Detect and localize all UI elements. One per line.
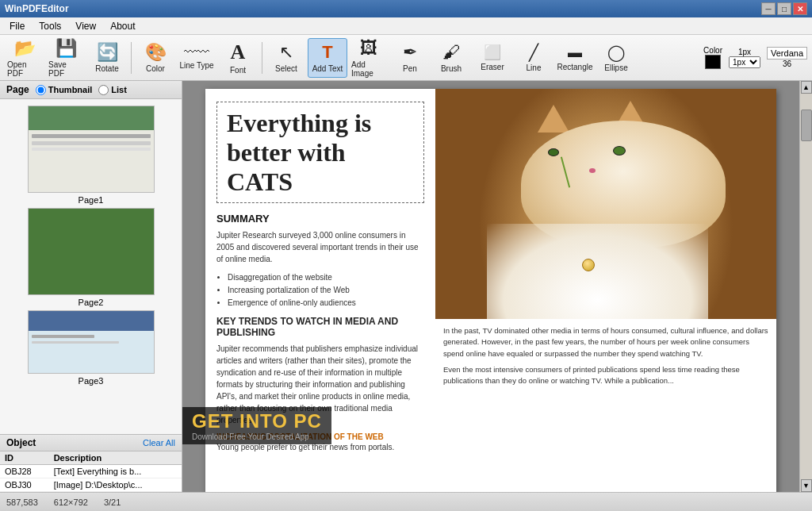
open-pdf-button[interactable]: 📂 Open PDF bbox=[5, 38, 44, 78]
thumb1-text1 bbox=[32, 134, 151, 138]
left-panel: Page Thumbnail List bbox=[0, 81, 182, 492]
add-text-icon: T bbox=[322, 42, 332, 63]
vertical-scrollbar[interactable]: ▲ ▼ bbox=[799, 81, 812, 492]
line-button[interactable]: ╱ Line bbox=[514, 38, 553, 78]
table-row[interactable]: OBJ28 [Text] Everything is b... bbox=[0, 465, 182, 478]
font-icon: A bbox=[231, 40, 246, 64]
right-text-2: Even the most intensive consumers of pri… bbox=[443, 364, 768, 387]
cat-eye-right bbox=[613, 146, 626, 156]
obj-desc-2: [Image] D:\Desktop\c... bbox=[49, 478, 182, 492]
color-selector-label: Color bbox=[703, 46, 722, 55]
right-text-1: In the past, TV dominated other media in… bbox=[443, 325, 768, 359]
scroll-up-arrow[interactable]: ▲ bbox=[801, 81, 812, 94]
pen-button[interactable]: ✒ Pen bbox=[390, 38, 430, 78]
menu-view[interactable]: View bbox=[69, 19, 102, 33]
color-swatch[interactable] bbox=[705, 55, 721, 69]
add-text-button[interactable]: T Add Text bbox=[308, 38, 347, 78]
scrollbar-thumb[interactable] bbox=[801, 110, 812, 141]
ellipse-label: Ellipse bbox=[604, 63, 627, 72]
list-radio[interactable] bbox=[98, 85, 109, 95]
menu-about[interactable]: About bbox=[104, 19, 141, 33]
size-value: 1px bbox=[738, 48, 751, 56]
select-button[interactable]: ↖ Select bbox=[266, 38, 306, 78]
scroll-down-arrow[interactable]: ▼ bbox=[801, 479, 812, 492]
col-id: ID bbox=[0, 451, 49, 465]
key-trends-title: KEY TRENDS TO WATCH IN MEDIA AND PUBLISH… bbox=[216, 316, 424, 338]
color-icon: 🎨 bbox=[145, 42, 167, 63]
minimize-button[interactable]: ─ bbox=[761, 2, 776, 15]
rotate-icon: 🔄 bbox=[97, 42, 118, 63]
add-image-label: Add Image bbox=[351, 60, 386, 78]
watermark-subtitle: Download Free Your Desired App bbox=[192, 432, 322, 441]
save-pdf-button[interactable]: 💾 Save PDF bbox=[46, 38, 86, 78]
add-text-label: Add Text bbox=[312, 64, 343, 73]
font-label: Font bbox=[230, 66, 246, 75]
thumb2-preview bbox=[29, 209, 154, 294]
rotate-label: Rotate bbox=[95, 64, 118, 73]
bullet-1: Disaggregation of the website bbox=[228, 271, 424, 284]
content-area[interactable]: Everything is better with CATS SUMMARY J… bbox=[182, 81, 799, 492]
list-label: List bbox=[111, 85, 127, 94]
rotate-button[interactable]: 🔄 Rotate bbox=[87, 38, 127, 78]
menu-file[interactable]: File bbox=[3, 19, 31, 33]
eraser-icon: ⬜ bbox=[484, 44, 501, 61]
line-type-button[interactable]: 〰〰 Line Type bbox=[177, 38, 216, 78]
thumbnail-option[interactable]: Thumbnail bbox=[36, 85, 93, 95]
main-area: Page Thumbnail List bbox=[0, 81, 812, 492]
object-panel: Object Clear All ID Description OBJ28 [T… bbox=[0, 434, 182, 492]
bullet-2: Increasing portalization of the Web bbox=[228, 284, 424, 297]
select-label: Select bbox=[275, 64, 297, 73]
brush-button[interactable]: 🖌 Brush bbox=[431, 38, 471, 78]
pen-icon: ✒ bbox=[403, 42, 417, 63]
title-bar-controls: ─ □ ✕ bbox=[761, 2, 807, 15]
page-thumb-3[interactable]: Page3 bbox=[28, 310, 155, 386]
col-desc: Description bbox=[49, 451, 182, 465]
page-thumb-img-3 bbox=[28, 310, 155, 374]
list-option[interactable]: List bbox=[98, 85, 127, 95]
bullet-3: Emergence of online-only audiences bbox=[228, 297, 424, 309]
close-button[interactable]: ✕ bbox=[793, 2, 807, 15]
page-thumb-img-1 bbox=[28, 106, 155, 193]
color-label: Color bbox=[146, 64, 165, 73]
color-selector[interactable]: Color bbox=[703, 46, 722, 69]
brush-icon: 🖌 bbox=[442, 42, 460, 63]
page3-label: Page3 bbox=[79, 376, 104, 386]
object-panel-header: Object Clear All bbox=[0, 435, 182, 451]
rectangle-icon: ▬ bbox=[568, 44, 582, 61]
menu-tools[interactable]: Tools bbox=[33, 19, 67, 33]
font-button[interactable]: A Font bbox=[218, 38, 258, 78]
table-row[interactable]: OBJ30 [Image] D:\Desktop\c... bbox=[0, 478, 182, 492]
clear-all-button[interactable]: Clear All bbox=[143, 438, 175, 448]
title-bar: WinPDFEditor ─ □ ✕ bbox=[0, 0, 812, 17]
menu-bar: File Tools View About bbox=[0, 17, 812, 35]
size-dropdown[interactable]: 1px 2px 3px bbox=[729, 56, 760, 68]
ellipse-button[interactable]: ◯ Ellipse bbox=[596, 38, 636, 78]
page2-label: Page2 bbox=[79, 298, 104, 307]
page-thumb-1[interactable]: Page1 bbox=[28, 106, 155, 205]
add-image-button[interactable]: 🖼 Add Image bbox=[349, 38, 389, 78]
page-panel-header: Page Thumbnail List bbox=[0, 81, 182, 99]
save-pdf-label: Save PDF bbox=[48, 60, 83, 78]
obj-desc-1: [Text] Everything is b... bbox=[49, 465, 182, 478]
open-pdf-label: Open PDF bbox=[7, 60, 42, 78]
open-pdf-icon: 📂 bbox=[14, 38, 36, 59]
bullet-list: Disaggregation of the website Increasing… bbox=[228, 271, 424, 309]
thumb1-text3 bbox=[32, 148, 151, 151]
maximize-button[interactable]: □ bbox=[777, 2, 791, 15]
rectangle-button[interactable]: ▬ Rectangle bbox=[555, 38, 595, 78]
thumbnails-scroll[interactable]: Page1 Page2 bbox=[0, 99, 182, 434]
pdf-right-col: In the past, TV dominated other media in… bbox=[435, 89, 776, 492]
rectangle-label: Rectangle bbox=[557, 63, 592, 71]
color-button[interactable]: 🎨 Color bbox=[136, 38, 175, 78]
page-thumb-2[interactable]: Page2 bbox=[28, 208, 155, 307]
obj-id-1: OBJ28 bbox=[0, 465, 49, 478]
thumb3-preview bbox=[29, 311, 154, 373]
page-title: Everything is better with CATS bbox=[227, 109, 414, 196]
page-label: Page bbox=[6, 84, 29, 95]
thumbnail-radio[interactable] bbox=[36, 85, 46, 95]
line-icon: ╱ bbox=[529, 43, 538, 62]
object-label: Object bbox=[6, 437, 36, 448]
separator-1 bbox=[131, 42, 132, 74]
summary-title: SUMMARY bbox=[216, 213, 424, 225]
eraser-button[interactable]: ⬜ Eraser bbox=[473, 38, 512, 78]
